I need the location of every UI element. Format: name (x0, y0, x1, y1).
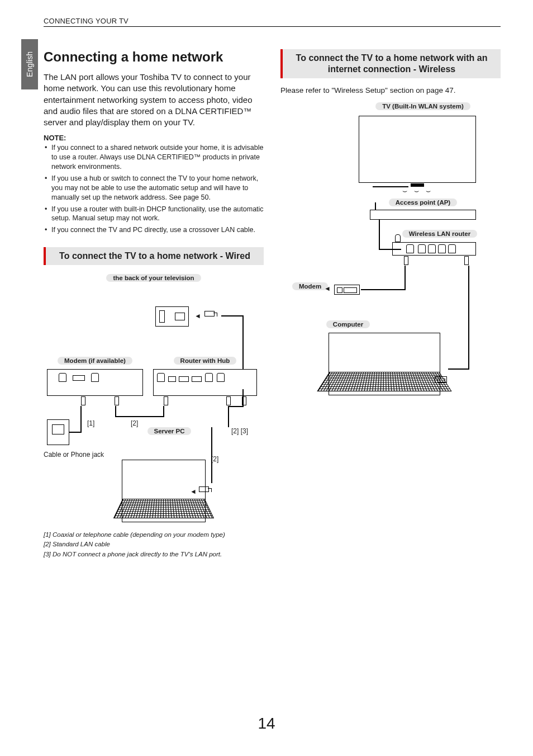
laptop-icon (329, 333, 440, 395)
wired-section-heading: To connect the TV to a home network - Wi… (44, 247, 264, 265)
note-item: If you use a router with built-in DHCP f… (44, 205, 264, 224)
arrow-left-icon (324, 285, 331, 292)
label-cable-jack: Cable or Phone jack (44, 451, 104, 459)
language-tab-label: English (25, 51, 34, 77)
modem-icon (47, 369, 143, 396)
lan-port-icon (435, 376, 447, 383)
footnote-item: [2] Standard LAN cable (44, 540, 264, 549)
arrow-left-icon (194, 312, 201, 320)
wireless-diagram: TV (Built-In WLAN system) ⌣ ⌣ ⌣ Access p… (280, 102, 501, 404)
language-tab: English (21, 39, 38, 89)
label-router: Router with Hub (174, 357, 237, 365)
access-point-icon (370, 210, 476, 220)
ref-23: [2] [3] (231, 427, 248, 435)
label-modem-wireless: Modem (292, 282, 328, 290)
running-head: CONNECTING YOUR TV (44, 17, 501, 27)
label-server-pc: Server PC (147, 427, 192, 435)
note-heading: NOTE: (44, 134, 264, 142)
note-item: If you use a hub or switch to connect th… (44, 174, 264, 202)
label-access-point: Access point (AP) (389, 199, 457, 206)
modem-icon (334, 285, 360, 295)
tv-back-panel-icon (155, 306, 189, 327)
arrow-left-icon (190, 488, 197, 495)
ref-2b: [2] (211, 455, 218, 463)
intro-paragraph: The LAN port allows your Toshiba TV to c… (44, 72, 264, 128)
footnote-item: [3] Do NOT connect a phone jack directly… (44, 550, 264, 559)
note-item: If you connect to a shared network outsi… (44, 143, 264, 172)
wireless-router-icon (392, 242, 476, 256)
ref-1: [1] (87, 419, 94, 427)
label-computer: Computer (326, 320, 370, 328)
wall-jack-icon (47, 419, 69, 445)
page-number: 14 (0, 715, 533, 733)
right-column: To connect the TV to a home network with… (280, 49, 501, 559)
label-wireless-router: Wireless LAN router (402, 230, 477, 238)
footnotes: [1] Coaxial or telephone cable (dependin… (44, 530, 264, 559)
page-title: Connecting a home network (44, 49, 264, 65)
router-icon (153, 369, 257, 396)
tv-icon (359, 116, 476, 183)
wireless-ref-text: Please refer to "Wireless Setup" section… (280, 86, 501, 94)
lan-plug-icon (199, 486, 209, 493)
wireless-section-heading: To connect the TV to a home network with… (280, 49, 501, 78)
footnote-item: [1] Coaxial or telephone cable (dependin… (44, 530, 264, 540)
wifi-waves-icon: ⌣ ⌣ ⌣ (402, 186, 433, 196)
wired-diagram: Modem (if available) Router with Hub (44, 287, 264, 522)
label-tv-wlan: TV (Built-In WLAN system) (375, 102, 470, 110)
note-list: If you connect to a shared network outsi… (44, 143, 264, 235)
label-tv-back: the back of your television (106, 274, 201, 282)
note-item: If you connect the TV and PC directly, u… (44, 225, 264, 235)
lan-plug-icon (204, 311, 215, 318)
ref-2a: [2] (131, 419, 138, 427)
left-column: Connecting a home network The LAN port a… (44, 49, 264, 559)
label-modem: Modem (if available) (58, 357, 132, 365)
